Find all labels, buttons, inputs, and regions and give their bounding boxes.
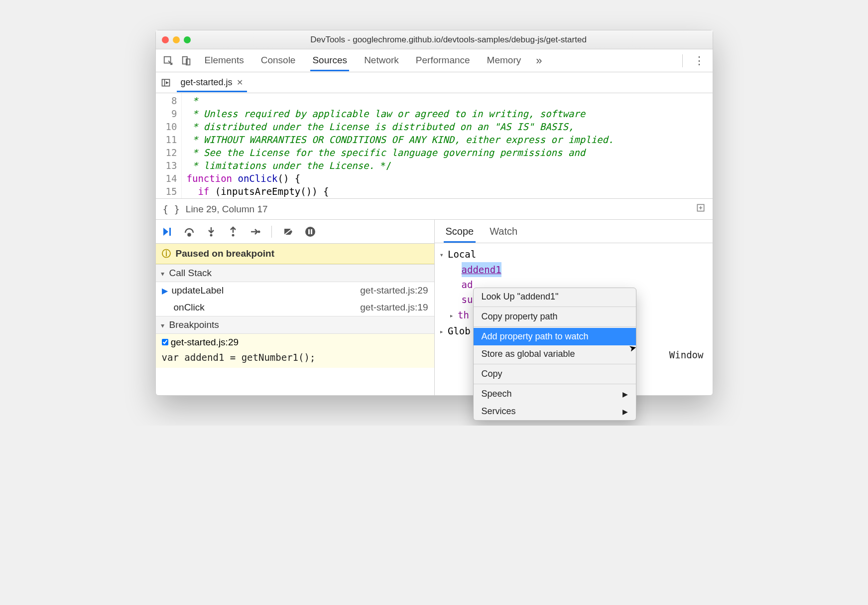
step-out-icon[interactable]: [227, 225, 240, 238]
scope-var-addend1[interactable]: addend1: [462, 262, 501, 277]
submenu-arrow-icon: ▶: [622, 408, 628, 416]
breakpoint-location: get-started.js:29: [171, 337, 239, 347]
ctx-speech[interactable]: Speech▶: [474, 385, 636, 403]
devtools-window: DevTools - googlechrome.github.io/devtoo…: [155, 30, 713, 396]
breakpoint-checkbox[interactable]: [162, 339, 168, 345]
disclosure-triangle-icon: [161, 268, 166, 279]
svg-point-11: [305, 227, 315, 237]
divider: [474, 326, 636, 327]
step-over-icon[interactable]: [183, 225, 196, 238]
scope-watch-tabs: Scope Watch: [435, 220, 713, 243]
step-icon[interactable]: [248, 225, 261, 238]
scope-var-this[interactable]: th: [458, 307, 469, 322]
divider: [474, 364, 636, 364]
breakpoint-item[interactable]: get-started.js:29: [156, 334, 434, 351]
panel-tabs: Elements Console Sources Network Perform…: [203, 50, 523, 71]
cursor-position: Line 29, Column 17: [186, 204, 268, 215]
ctx-lookup[interactable]: Look Up "addend1": [474, 288, 636, 305]
inspect-element-icon[interactable]: [161, 53, 176, 68]
svg-point-6: [188, 233, 190, 236]
pause-reason: Paused on breakpoint: [176, 248, 274, 259]
step-into-icon[interactable]: [205, 225, 218, 238]
tab-sources[interactable]: Sources: [310, 50, 349, 71]
scope-local-label: Local: [448, 247, 476, 262]
overflow-tabs-icon[interactable]: »: [532, 54, 546, 67]
ctx-copy-property-path[interactable]: Copy property path: [474, 308, 636, 325]
traffic-lights: [162, 36, 191, 43]
svg-point-9: [257, 230, 260, 233]
context-menu: Look Up "addend1" Copy property path Add…: [473, 288, 636, 421]
tab-memory[interactable]: Memory: [485, 50, 523, 71]
coverage-toggle-icon[interactable]: [696, 203, 706, 215]
close-tab-icon[interactable]: ✕: [237, 78, 243, 87]
navigator-toggle-icon[interactable]: [159, 76, 173, 90]
scope-var-addend2[interactable]: ad: [462, 277, 473, 292]
breakpoints-header[interactable]: Breakpoints: [156, 316, 434, 334]
window-title: DevTools - googlechrome.github.io/devtoo…: [191, 35, 707, 45]
code-editor[interactable]: 8910111213141516 * * Unless required by …: [156, 93, 713, 199]
pause-exceptions-icon[interactable]: [304, 225, 317, 238]
pause-banner: ⓘ Paused on breakpoint: [156, 244, 434, 264]
divider: [271, 226, 272, 238]
device-toggle-icon[interactable]: [179, 53, 194, 68]
frame-function: updateLabel: [172, 285, 224, 296]
ctx-services[interactable]: Services▶: [474, 403, 636, 420]
tab-network[interactable]: Network: [362, 50, 401, 71]
svg-point-8: [232, 234, 234, 236]
call-stack-label: Call Stack: [169, 268, 212, 279]
frame-function: onClick: [174, 302, 205, 313]
disclosure-triangle-icon: [450, 307, 456, 323]
scope-global-label: Glob: [448, 323, 471, 338]
code-content: * * Unless required by applicable law or…: [182, 93, 619, 198]
breakpoints-label: Breakpoints: [169, 319, 219, 330]
divider: [474, 306, 636, 307]
frame-location: get-started.js:19: [360, 302, 428, 313]
ctx-store-global[interactable]: Store as global variable: [474, 345, 636, 363]
deactivate-breakpoints-icon[interactable]: [282, 225, 295, 238]
titlebar: DevTools - googlechrome.github.io/devtoo…: [156, 30, 713, 49]
tab-performance[interactable]: Performance: [414, 50, 472, 71]
tab-watch[interactable]: Watch: [488, 225, 519, 243]
breakpoint-preview: var addend1 = getNumber1();: [156, 351, 434, 368]
tab-scope[interactable]: Scope: [444, 225, 476, 243]
submenu-arrow-icon: ▶: [622, 390, 628, 398]
scope-var-sum[interactable]: su: [462, 292, 473, 307]
editor-status-bar: { } Line 29, Column 17: [156, 199, 713, 220]
divider: [474, 384, 636, 384]
svg-rect-5: [169, 228, 171, 236]
divider: [682, 54, 683, 67]
svg-rect-12: [308, 229, 310, 234]
settings-kebab-icon[interactable]: ⋮: [691, 54, 708, 67]
line-gutter: 8910111213141516: [156, 93, 182, 198]
resume-icon[interactable]: [161, 225, 174, 238]
debug-controls: [156, 220, 434, 244]
scope-global-value: Window: [669, 349, 704, 360]
zoom-icon[interactable]: [184, 36, 191, 43]
main-toolbar: Elements Console Sources Network Perform…: [156, 49, 713, 72]
info-icon: ⓘ: [162, 248, 171, 260]
pretty-print-icon[interactable]: { }: [163, 204, 180, 215]
ctx-add-to-watch[interactable]: Add property path to watch: [474, 328, 636, 345]
tab-elements[interactable]: Elements: [203, 50, 246, 71]
frame-location: get-started.js:29: [360, 285, 428, 296]
close-icon[interactable]: [162, 36, 169, 43]
file-tab-label: get-started.js: [181, 77, 233, 88]
file-tab-bar: get-started.js ✕: [156, 72, 713, 93]
disclosure-triangle-icon: [161, 319, 166, 330]
file-tab[interactable]: get-started.js ✕: [177, 73, 247, 92]
minimize-icon[interactable]: [173, 36, 180, 43]
call-stack-header[interactable]: Call Stack: [156, 264, 434, 282]
tab-console[interactable]: Console: [259, 50, 298, 71]
svg-rect-13: [311, 229, 312, 234]
stack-frame[interactable]: ▶ updateLabel get-started.js:29: [156, 282, 434, 299]
svg-point-7: [210, 234, 212, 236]
disclosure-triangle-icon: [440, 246, 446, 262]
current-frame-icon: ▶: [162, 286, 168, 296]
stack-frame[interactable]: onClick get-started.js:19: [156, 299, 434, 316]
ctx-copy[interactable]: Copy: [474, 365, 636, 383]
disclosure-triangle-icon: [440, 323, 446, 339]
debugger-left-pane: ⓘ Paused on breakpoint Call Stack ▶ upda…: [156, 220, 435, 395]
